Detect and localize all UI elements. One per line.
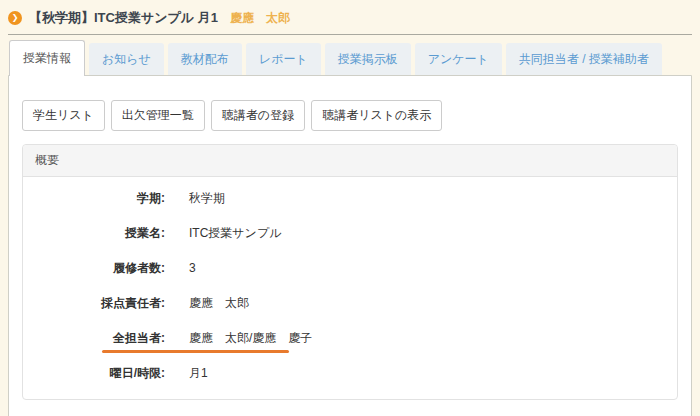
tab-bar: 授業情報 お知らせ 教材配布 レポート 授業掲示板 アンケート 共同担当者 / … [9, 40, 692, 75]
field-row-grading-supervisor: 採点責任者: 慶應 太郎 [23, 293, 677, 313]
toolbar: 学生リスト 出欠管理一覧 聴講者の登録 聴講者リストの表示 [9, 76, 691, 131]
field-value: 月1 [189, 363, 208, 383]
overview-card: 概要 学期: 秋学期 授業名: ITC授業サンプル 履修者数: 3 採点責任者:… [22, 144, 678, 400]
tab-reports[interactable]: レポート [246, 43, 321, 75]
field-value: 慶應 太郎/慶應 慶子 [189, 328, 312, 348]
chevron-right-icon: ❯ [8, 11, 22, 25]
field-row-day-period: 曜日/時限: 月1 [23, 363, 677, 383]
field-row-course-name: 授業名: ITC授業サンプル [23, 223, 677, 243]
page-header: ❯ 【秋学期】ITC授業サンプル 月1 慶應 太郎 [0, 0, 700, 28]
field-value: ITC授業サンプル [189, 223, 281, 243]
tab-course-board[interactable]: 授業掲示板 [325, 43, 411, 75]
field-row-semester: 学期: 秋学期 [23, 188, 677, 208]
header-divider [8, 34, 692, 35]
field-label: 履修者数: [23, 258, 165, 278]
auditor-registration-button[interactable]: 聴講者の登録 [211, 100, 305, 131]
field-label: 授業名: [23, 223, 165, 243]
attendance-management-button[interactable]: 出欠管理一覧 [111, 100, 205, 131]
tab-announcements[interactable]: お知らせ [89, 43, 164, 75]
field-value: 3 [189, 258, 196, 278]
student-list-button[interactable]: 学生リスト [22, 100, 105, 131]
overview-card-body: 学期: 秋学期 授業名: ITC授業サンプル 履修者数: 3 採点責任者: 慶應… [23, 177, 677, 399]
user-name: 慶應 太郎 [230, 10, 290, 27]
field-value: 慶應 太郎 [189, 293, 249, 313]
field-label: 学期: [23, 188, 165, 208]
field-value: 秋学期 [189, 188, 225, 208]
tab-co-instructors[interactable]: 共同担当者 / 授業補助者 [506, 43, 662, 75]
annotation-underline [102, 350, 289, 353]
tab-materials[interactable]: 教材配布 [168, 43, 242, 75]
field-label: 全担当者: [23, 328, 165, 348]
page-title: 【秋学期】ITC授業サンプル 月1 [29, 9, 218, 27]
tab-course-info[interactable]: 授業情報 [9, 40, 85, 76]
auditor-list-button[interactable]: 聴講者リストの表示 [311, 100, 442, 131]
main-panel: 学生リスト 出欠管理一覧 聴講者の登録 聴講者リストの表示 概要 学期: 秋学期… [8, 75, 692, 416]
field-label: 曜日/時限: [23, 363, 165, 383]
tab-survey[interactable]: アンケート [415, 43, 502, 75]
field-label: 採点責任者: [23, 293, 165, 313]
field-row-all-instructors: 全担当者: 慶應 太郎/慶應 慶子 [23, 328, 677, 348]
overview-card-title: 概要 [23, 145, 677, 177]
field-row-enrolled-count: 履修者数: 3 [23, 258, 677, 278]
